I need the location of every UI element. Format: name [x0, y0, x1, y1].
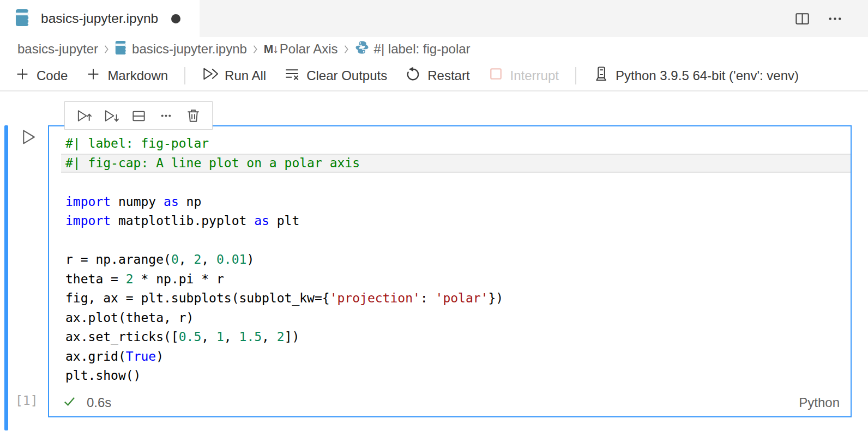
success-check-icon [62, 394, 77, 412]
add-code-label: Code [37, 68, 68, 83]
tab-basics-jupyter[interactable]: basics-jupyter.ipynb [0, 0, 200, 37]
chevron-right-icon [342, 44, 351, 55]
code-line[interactable]: ax.set_rticks([0.5, 1, 1.5, 2]) [61, 327, 851, 347]
breadcrumb-label: Polar Axis [280, 41, 338, 57]
execute-above-button[interactable] [70, 104, 98, 128]
code-line[interactable]: theta = 2 * np.pi * r [61, 270, 851, 289]
interrupt-icon [487, 65, 504, 86]
code-line[interactable] [61, 231, 851, 251]
markdown-icon: M↓ [264, 43, 278, 56]
cell-hover-toolbar [64, 101, 213, 130]
clear-outputs-icon [284, 65, 300, 86]
tab-title: basics-jupyter.ipynb [41, 11, 158, 26]
kernel-icon [593, 65, 610, 86]
chevron-right-icon [251, 44, 260, 55]
add-markdown-label: Markdown [107, 68, 168, 83]
execution-duration: 0.6s [87, 395, 111, 410]
interrupt-label: Interrupt [510, 68, 559, 83]
code-line[interactable]: #| label: fig-polar [61, 134, 851, 154]
python-icon [355, 40, 369, 58]
code-line[interactable]: r = np.arange(0, 2, 0.01) [61, 250, 851, 270]
more-actions-icon[interactable] [824, 8, 845, 29]
code-cell: #| label: fig-polar#| fig-cap: A line pl… [48, 125, 852, 417]
modified-dot-icon[interactable] [171, 14, 180, 23]
breadcrumb-file[interactable]: basics-jupyter.ipynb [115, 40, 247, 58]
execution-count: [1] [15, 393, 38, 408]
restart-button[interactable]: Restart [396, 64, 478, 88]
breadcrumb-folder[interactable]: basics-jupyter [17, 41, 98, 57]
breadcrumb-markdown-section[interactable]: M↓ Polar Axis [264, 41, 338, 57]
code-line[interactable]: plt.show() [61, 366, 851, 386]
breadcrumb-label: basics-jupyter.ipynb [132, 41, 247, 57]
cell-language-label[interactable]: Python [799, 395, 840, 410]
run-all-button[interactable]: Run All [193, 64, 275, 88]
cell-focus-bar [4, 125, 8, 430]
breadcrumb-label: #| label: fig-polar [374, 41, 471, 57]
window-actions [792, 0, 868, 37]
chevron-right-icon [103, 44, 111, 55]
vscode-window: basics-jupyter.ipynb basics-jupyter [0, 0, 868, 437]
cell-status-bar: 0.6s Python [62, 392, 840, 413]
notebook-icon [15, 9, 30, 29]
delete-cell-button[interactable] [179, 104, 207, 128]
code-line[interactable]: fig, ax = plt.subplots(subplot_kw={'proj… [61, 289, 851, 308]
notebook-icon [115, 40, 127, 58]
code-line[interactable] [61, 173, 851, 192]
plus-icon [85, 66, 101, 86]
add-markdown-cell-button[interactable]: Markdown [76, 64, 177, 88]
restart-label: Restart [427, 68, 469, 83]
run-all-icon [202, 65, 219, 86]
notebook-editor: [1] [0, 92, 868, 435]
clear-outputs-button[interactable]: Clear Outputs [275, 64, 396, 88]
restart-icon [405, 65, 421, 86]
execute-below-button[interactable] [98, 104, 125, 128]
code-line[interactable]: #| fig-cap: A line plot on a polar axis [61, 154, 851, 173]
toolbar-separator [184, 67, 185, 84]
clear-outputs-label: Clear Outputs [306, 68, 387, 83]
add-code-cell-button[interactable]: Code [5, 64, 76, 88]
code-line[interactable]: import matplotlib.pyplot as plt [61, 211, 851, 231]
code-area[interactable]: #| label: fig-polar#| fig-cap: A line pl… [49, 126, 851, 386]
code-line[interactable]: ax.grid(True) [61, 347, 851, 367]
interrupt-button[interactable]: Interrupt [479, 64, 568, 88]
tab-bar: basics-jupyter.ipynb [0, 0, 868, 37]
breadcrumb-code-cell[interactable]: #| label: fig-polar [355, 40, 471, 58]
breadcrumb: basics-jupyter basics-jupyter.ipynb [0, 37, 868, 61]
run-cell-button[interactable] [19, 128, 38, 147]
more-cell-actions-button[interactable] [152, 104, 179, 128]
split-cell-button[interactable] [125, 104, 152, 128]
notebook-toolbar: Code Markdown Run All [0, 61, 868, 92]
plus-icon [14, 66, 31, 86]
toolbar-separator [575, 67, 576, 84]
code-line[interactable]: ax.plot(theta, r) [61, 308, 851, 328]
breadcrumb-label: basics-jupyter [17, 41, 98, 57]
kernel-picker-button[interactable]: Python 3.9.5 64-bit ('env': venv) [584, 64, 807, 88]
kernel-label: Python 3.9.5 64-bit ('env': venv) [616, 68, 799, 83]
split-editor-icon[interactable] [792, 8, 812, 29]
code-line[interactable]: import numpy as np [61, 192, 851, 212]
run-all-label: Run All [225, 68, 266, 83]
